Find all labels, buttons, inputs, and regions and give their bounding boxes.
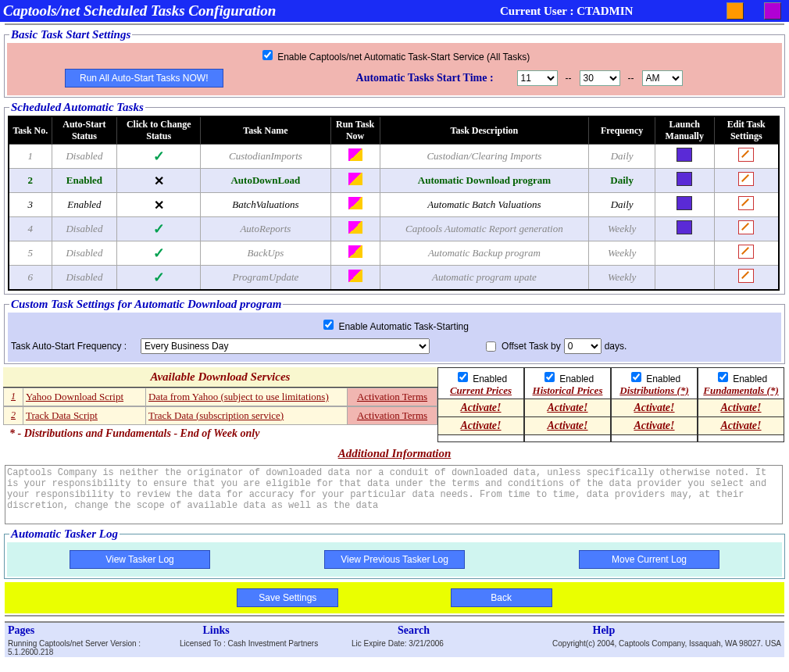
edit-icon[interactable] bbox=[738, 220, 754, 234]
service-col-header[interactable]: Current Prices bbox=[450, 384, 512, 396]
task-status: Enabled bbox=[52, 193, 116, 217]
hour-select[interactable]: 11 bbox=[517, 70, 558, 86]
view-log-button[interactable]: View Tasker Log bbox=[70, 550, 210, 569]
service-enabled-checkbox[interactable] bbox=[718, 372, 728, 382]
x-icon[interactable]: ✕ bbox=[154, 198, 164, 212]
nav-item[interactable]: Search bbox=[394, 623, 590, 638]
launch-icon[interactable] bbox=[677, 196, 692, 210]
run-now[interactable] bbox=[330, 266, 380, 291]
task-no: 4 bbox=[9, 217, 52, 241]
activate-link[interactable]: Activate! bbox=[612, 417, 697, 435]
edit-task[interactable] bbox=[714, 266, 779, 291]
task-freq: Daily bbox=[589, 169, 655, 193]
save-settings-button[interactable]: Save Settings bbox=[237, 588, 338, 607]
edit-icon[interactable] bbox=[738, 196, 754, 210]
launch-manual[interactable] bbox=[655, 241, 714, 266]
edit-icon[interactable] bbox=[738, 148, 754, 162]
edit-task[interactable] bbox=[714, 169, 779, 193]
service-col-header[interactable]: Distributions (*) bbox=[619, 384, 689, 396]
launch-manual[interactable] bbox=[655, 145, 714, 169]
status-toggle[interactable]: ✕ bbox=[117, 169, 201, 193]
offset-checkbox[interactable] bbox=[486, 341, 496, 352]
run-icon[interactable] bbox=[348, 173, 362, 185]
run-now[interactable] bbox=[330, 193, 380, 217]
activate-link[interactable]: Activate! bbox=[438, 399, 523, 417]
run-now[interactable] bbox=[330, 169, 380, 193]
activate-link[interactable]: Activate! bbox=[612, 399, 697, 417]
status-toggle[interactable]: ✓ bbox=[117, 241, 201, 266]
activate-link[interactable]: Activate! bbox=[525, 399, 610, 417]
status-toggle[interactable]: ✓ bbox=[117, 145, 201, 169]
service-col-header[interactable]: Fundamentals (*) bbox=[703, 384, 778, 396]
launch-manual[interactable] bbox=[655, 266, 714, 291]
disk-icon[interactable] bbox=[764, 2, 781, 20]
basic-settings-legend: Basic Task Start Settings bbox=[9, 28, 132, 41]
status-toggle[interactable]: ✓ bbox=[117, 266, 201, 291]
service-enabled-checkbox[interactable] bbox=[631, 372, 641, 382]
run-icon[interactable] bbox=[348, 270, 362, 282]
service-row-no: 2 bbox=[4, 407, 23, 424]
enabled-label: Enabled bbox=[646, 374, 680, 384]
check-icon[interactable]: ✓ bbox=[153, 245, 165, 261]
status-copyright: Copyright(c) 2004, Captools Company, Iss… bbox=[523, 639, 781, 656]
service-enabled-checkbox[interactable] bbox=[544, 372, 555, 382]
service-desc-link[interactable]: Track Data (subscription service) bbox=[146, 407, 348, 424]
info-textarea[interactable]: Captools Company is neither the originat… bbox=[5, 465, 783, 524]
run-icon[interactable] bbox=[348, 148, 362, 161]
check-icon[interactable]: ✓ bbox=[153, 221, 165, 237]
offset-select[interactable]: 0 bbox=[564, 338, 602, 354]
edit-icon[interactable] bbox=[738, 269, 754, 283]
back-button[interactable]: Back bbox=[451, 588, 552, 607]
service-enabled-checkbox[interactable] bbox=[458, 372, 468, 382]
move-log-button[interactable]: Move Current Log bbox=[579, 550, 719, 569]
x-icon[interactable]: ✕ bbox=[154, 174, 164, 188]
view-prev-log-button[interactable]: View Previous Tasker Log bbox=[324, 550, 465, 569]
table-header: Frequency bbox=[589, 116, 655, 145]
launch-manual[interactable] bbox=[655, 169, 714, 193]
nav-item[interactable]: Help bbox=[590, 623, 785, 638]
custom-settings-legend: Custom Task Settings for Automatic Downl… bbox=[9, 298, 283, 311]
enable-service-checkbox[interactable] bbox=[262, 50, 273, 60]
run-now[interactable] bbox=[330, 241, 380, 266]
status-toggle[interactable]: ✕ bbox=[117, 193, 201, 217]
ampm-select[interactable]: AM bbox=[642, 70, 683, 86]
run-all-button[interactable]: Run All Auto-Start Tasks NOW! bbox=[65, 69, 223, 88]
status-toggle[interactable]: ✓ bbox=[117, 217, 201, 241]
launch-icon[interactable] bbox=[677, 172, 692, 186]
service-desc-link[interactable]: Data from Yahoo (subject to use limitati… bbox=[146, 388, 348, 406]
launch-manual[interactable] bbox=[655, 217, 714, 241]
minute-select[interactable]: 30 bbox=[580, 70, 620, 86]
edit-task[interactable] bbox=[714, 241, 779, 266]
service-col-header[interactable]: Historical Prices bbox=[533, 384, 603, 396]
edit-icon[interactable] bbox=[738, 245, 754, 259]
check-icon[interactable]: ✓ bbox=[153, 270, 165, 285]
run-icon[interactable] bbox=[348, 221, 362, 234]
launch-icon[interactable] bbox=[677, 148, 692, 162]
edit-icon[interactable] bbox=[738, 172, 754, 186]
run-icon[interactable] bbox=[348, 197, 362, 209]
run-icon[interactable] bbox=[348, 245, 362, 258]
launch-icon[interactable] bbox=[677, 220, 692, 234]
run-now[interactable] bbox=[330, 145, 380, 169]
enable-auto-start-checkbox[interactable] bbox=[323, 320, 334, 330]
run-now[interactable] bbox=[330, 217, 380, 241]
edit-task[interactable] bbox=[714, 145, 779, 169]
activate-link[interactable]: Activate! bbox=[525, 417, 610, 435]
check-icon[interactable]: ✓ bbox=[153, 148, 165, 164]
launch-manual[interactable] bbox=[655, 193, 714, 217]
edit-task[interactable] bbox=[714, 193, 779, 217]
help-icon[interactable] bbox=[727, 2, 744, 20]
service-script-link[interactable]: Track Data Script bbox=[23, 407, 146, 424]
activation-terms-link[interactable]: Activation Terms bbox=[348, 388, 437, 406]
activate-link[interactable]: Activate! bbox=[698, 399, 784, 417]
edit-task[interactable] bbox=[714, 217, 779, 241]
frequency-select[interactable]: Every Business Day bbox=[141, 338, 430, 354]
nav-item[interactable]: Links bbox=[200, 623, 395, 638]
activate-link[interactable]: Activate! bbox=[698, 417, 784, 435]
activate-link[interactable]: Activate! bbox=[438, 417, 523, 435]
services-note: * - Distributions and Fundamentals - End… bbox=[3, 425, 437, 442]
table-header: Launch Manually bbox=[655, 116, 714, 145]
service-script-link[interactable]: Yahoo Download Script bbox=[23, 388, 146, 406]
nav-item[interactable]: Pages bbox=[5, 623, 200, 638]
activation-terms-link[interactable]: Activation Terms bbox=[348, 407, 437, 424]
